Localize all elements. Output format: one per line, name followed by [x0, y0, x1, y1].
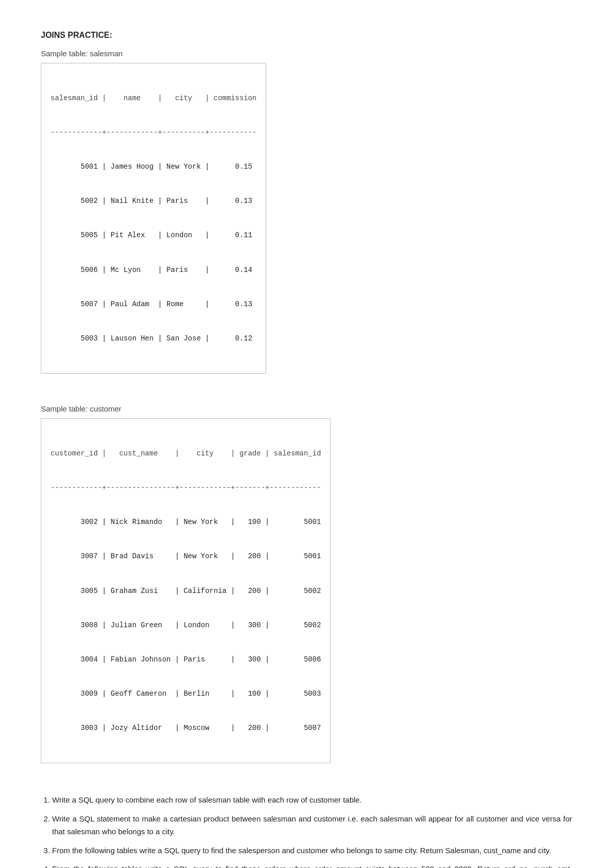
questions-list: Write a SQL query to combine each row of… [41, 794, 572, 868]
salesman-row-2: 5002 | Nail Knite | Paris | 0.13 [51, 195, 256, 207]
salesman-table-block: Sample table: salesman salesman_id | nam… [41, 49, 572, 389]
salesman-row-5: 5007 | Paul Adam | Rome | 0.13 [51, 299, 256, 310]
customer-row-4: 3008 | Julian Green | London | 300 | 500… [51, 620, 321, 631]
customer-row-7: 3003 | Jozy Altidor | Moscow | 200 | 500… [51, 722, 321, 734]
question-3: From the following tables write a SQL qu… [52, 844, 572, 857]
page-title: JOINS PRACTICE: [41, 31, 572, 40]
customer-separator: ------------+----------------+----------… [51, 482, 321, 493]
customer-table-block: Sample table: customer customer_id | cus… [41, 404, 572, 779]
question-1: Write a SQL query to combine each row of… [52, 794, 572, 807]
salesman-row-4: 5006 | Mc Lyon | Paris | 0.14 [51, 264, 256, 276]
customer-table-label: Sample table: customer [41, 404, 572, 413]
salesman-table: salesman_id | name | city | commission -… [41, 63, 266, 373]
salesman-header: salesman_id | name | city | commission [51, 93, 256, 104]
customer-table-wrapper: customer_id | cust_name | city | grade |… [41, 418, 331, 763]
customer-table: customer_id | cust_name | city | grade |… [41, 419, 330, 763]
salesman-table-wrapper: salesman_id | name | city | commission -… [41, 63, 266, 374]
salesman-row-1: 5001 | James Hoog | New York | 0.15 [51, 161, 256, 172]
question-4: From the following tables write a SQL qu… [52, 863, 572, 868]
customer-header: customer_id | cust_name | city | grade |… [51, 448, 321, 459]
customer-row-3: 3005 | Graham Zusi | California | 200 | … [51, 585, 321, 597]
page-container: JOINS PRACTICE: Sample table: salesman s… [41, 31, 572, 868]
customer-row-5: 3004 | Fabian Johnson | Paris | 300 | 50… [51, 654, 321, 665]
salesman-table-label: Sample table: salesman [41, 49, 572, 58]
questions-section: Write a SQL query to combine each row of… [41, 794, 572, 868]
customer-row-1: 3002 | Nick Rimando | New York | 100 | 5… [51, 516, 321, 528]
salesman-row-6: 5003 | Lauson Hen | San Jose | 0.12 [51, 333, 256, 344]
question-2: Write a SQL statement to make a cartesia… [52, 813, 572, 838]
salesman-row-3: 5005 | Pit Alex | London | 0.11 [51, 230, 256, 241]
customer-row-6: 3009 | Geoff Cameron | Berlin | 100 | 50… [51, 688, 321, 699]
salesman-separator: ------------+------------+----------+---… [51, 127, 256, 138]
customer-row-2: 3007 | Brad Davis | New York | 200 | 500… [51, 551, 321, 562]
